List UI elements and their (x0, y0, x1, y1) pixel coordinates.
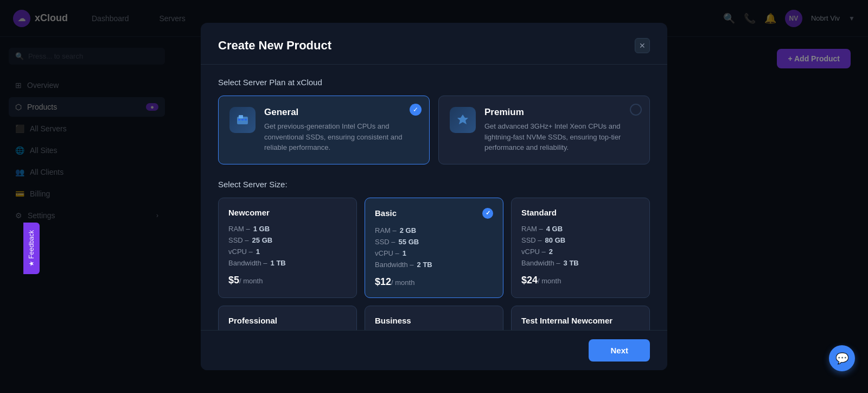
feedback-button[interactable]: ★ Feedback (23, 223, 40, 274)
size-card-business[interactable]: Business RAM – 16 GB (365, 306, 503, 331)
plan-section-title: Select Server Plan at xCloud (218, 78, 650, 87)
chat-icon: 💬 (835, 352, 849, 365)
newcomer-price: $5/ month (228, 275, 347, 286)
close-button[interactable]: ✕ (635, 38, 650, 53)
newcomer-name: Newcomer (228, 208, 347, 217)
add-product-label: + Add Product (788, 54, 840, 63)
standard-vcpu: vCPU – 2 (521, 248, 640, 256)
general-plan-desc: Get previous-generation Intel CPUs and c… (264, 121, 418, 153)
general-plan-icon (229, 107, 256, 133)
newcomer-bandwidth: Bandwidth – 1 TB (228, 259, 347, 267)
next-button[interactable]: Next (589, 339, 650, 362)
size-card-newcomer[interactable]: Newcomer RAM – 1 GB SSD – 25 GB vCPU – 1… (218, 198, 357, 298)
test-internal-name: Test Internal Newcomer (521, 316, 640, 325)
svg-rect-2 (238, 119, 240, 121)
standard-price: $24/ month (521, 275, 640, 286)
basic-bandwidth: Bandwidth – 2 TB (375, 261, 493, 269)
standard-bandwidth: Bandwidth – 3 TB (521, 259, 640, 267)
basic-name: Basic ✓ (375, 208, 493, 219)
premium-plan-icon (450, 107, 476, 133)
modal-overlay: Create New Product ✕ Select Server Plan … (0, 0, 868, 393)
premium-plan-desc: Get advanced 3GHz+ Intel Xeon CPUs and l… (484, 121, 639, 153)
general-plan-info: General Get previous-generation Intel CP… (264, 107, 418, 153)
standard-ram: RAM – 4 GB (521, 225, 640, 233)
size-grid-container: Newcomer RAM – 1 GB SSD – 25 GB vCPU – 1… (218, 198, 650, 331)
chat-button[interactable]: 💬 (829, 345, 855, 371)
modal-header: Create New Product ✕ (201, 23, 667, 65)
svg-marker-5 (457, 115, 468, 124)
size-card-standard[interactable]: Standard RAM – 4 GB SSD – 80 GB vCPU – 2… (511, 198, 650, 298)
create-product-modal: Create New Product ✕ Select Server Plan … (201, 23, 667, 370)
general-plan-name: General (264, 107, 418, 118)
modal-body: Select Server Plan at xCloud (201, 65, 667, 330)
size-section-title: Select Server Size: (218, 180, 650, 189)
newcomer-ram: RAM – 1 GB (228, 225, 347, 233)
standard-name: Standard (521, 208, 640, 217)
plan-card-premium[interactable]: Premium Get advanced 3GHz+ Intel Xeon CP… (438, 96, 650, 164)
newcomer-vcpu: vCPU – 1 (228, 248, 347, 256)
general-plan-check: ✓ (410, 104, 422, 116)
modal-footer: Next (201, 330, 667, 370)
basic-check: ✓ (482, 208, 493, 219)
svg-rect-4 (245, 119, 247, 121)
size-card-professional[interactable]: Professional RAM – 8 GB (218, 306, 357, 331)
add-product-button[interactable]: + Add Product (777, 49, 851, 68)
basic-ssd: SSD – 55 GB (375, 238, 493, 246)
basic-ram: RAM – 2 GB (375, 226, 493, 234)
business-name: Business (375, 316, 493, 325)
professional-name: Professional (228, 316, 347, 325)
basic-vcpu: vCPU – 1 (375, 249, 493, 257)
size-card-test-internal[interactable]: Test Internal Newcomer RAM – 1 GB (511, 306, 650, 331)
newcomer-ssd: SSD – 25 GB (228, 236, 347, 244)
size-card-basic[interactable]: Basic ✓ RAM – 2 GB SSD – 55 GB vCPU – 1 … (365, 198, 503, 298)
svg-rect-1 (239, 115, 243, 118)
basic-price: $12/ month (375, 276, 493, 288)
standard-ssd: SSD – 80 GB (521, 236, 640, 244)
plan-cards-container: General Get previous-generation Intel CP… (218, 96, 650, 164)
premium-plan-name: Premium (484, 107, 639, 118)
svg-rect-3 (241, 119, 244, 121)
premium-plan-info: Premium Get advanced 3GHz+ Intel Xeon CP… (484, 107, 639, 153)
premium-plan-check (630, 104, 642, 116)
modal-title: Create New Product (218, 39, 331, 53)
plan-card-general[interactable]: General Get previous-generation Intel CP… (218, 96, 430, 164)
